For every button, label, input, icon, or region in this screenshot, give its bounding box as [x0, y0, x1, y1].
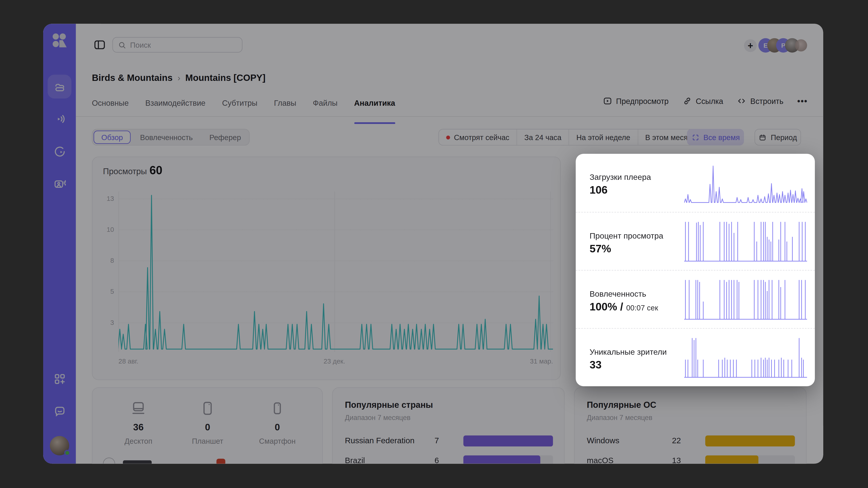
metric-value: 100% / 00:07 сек: [590, 300, 658, 313]
engagement-sparkline: [684, 279, 807, 320]
metric-label: Вовлеченность: [590, 289, 646, 298]
metric-label: Загрузки плеера: [590, 173, 651, 182]
metric-player-loads[interactable]: Загрузки плеера 106: [576, 154, 815, 212]
metric-engagement[interactable]: Вовлеченность 100% / 00:07 сек: [576, 270, 815, 328]
metric-value: 106: [590, 184, 608, 196]
watch-percent-sparkline: [684, 221, 807, 262]
app-window: + E P Birds & Mountains › Mountains [COP…: [43, 24, 823, 464]
player-loads-sparkline: [684, 162, 807, 203]
metrics-panel: Загрузки плеера 106 Процент просмотра 57…: [576, 154, 815, 386]
metric-watch-percent[interactable]: Процент просмотра 57%: [576, 212, 815, 270]
metric-suffix: 00:07 сек: [626, 304, 658, 312]
metric-value: 33: [590, 359, 601, 371]
metric-label: Уникальные зрители: [590, 348, 666, 356]
metric-value: 57%: [590, 242, 611, 255]
metric-label: Процент просмотра: [590, 231, 663, 240]
screen: + E P Birds & Mountains › Mountains [COP…: [0, 0, 868, 488]
unique-viewers-sparkline: [684, 337, 807, 378]
metric-unique-viewers[interactable]: Уникальные зрители 33: [576, 328, 815, 386]
